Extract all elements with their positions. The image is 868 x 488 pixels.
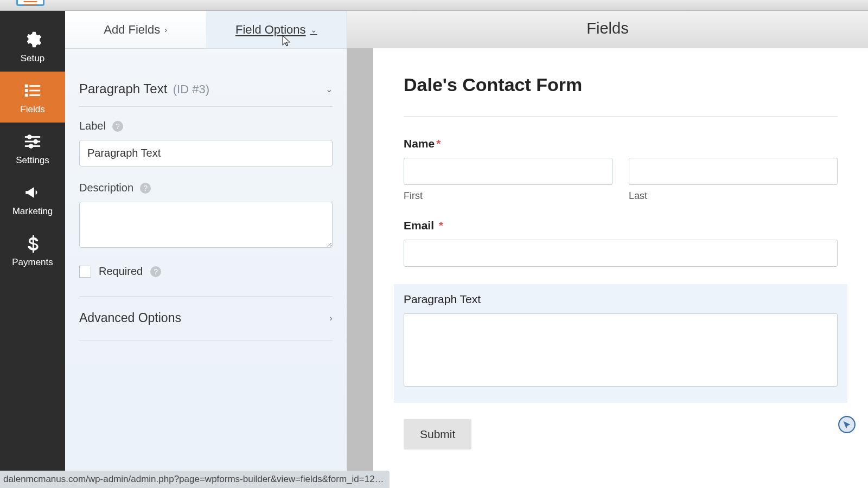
preview-body: Dale's Contact Form Name* First Last xyxy=(347,48,868,488)
svg-rect-8 xyxy=(29,94,40,96)
window-topbar xyxy=(0,0,868,11)
sidebar-nav: Setup Fields Settings Marketing Payments xyxy=(0,11,65,488)
nav-fields[interactable]: Fields xyxy=(0,72,65,123)
advanced-label: Advanced Options xyxy=(79,311,181,325)
chevron-down-icon: ⌄ xyxy=(310,25,317,35)
nav-marketing[interactable]: Marketing xyxy=(0,174,65,224)
tab-field-options[interactable]: Field Options ⌄ xyxy=(206,11,347,48)
nav-payments[interactable]: Payments xyxy=(0,224,65,275)
field-header[interactable]: Paragraph Text (ID #3) ⌄ xyxy=(79,65,333,107)
gear-icon xyxy=(2,30,63,49)
field-label: Paragraph Text xyxy=(404,293,838,306)
sliders-icon xyxy=(2,132,63,151)
paragraph-textarea[interactable] xyxy=(404,313,838,387)
chevron-down-icon: ⌄ xyxy=(326,84,333,94)
svg-rect-3 xyxy=(25,85,28,88)
svg-rect-1 xyxy=(24,1,37,2)
form-preview: Dale's Contact Form Name* First Last xyxy=(373,48,868,488)
nav-label: Marketing xyxy=(12,206,53,216)
label-input[interactable] xyxy=(79,140,333,166)
svg-point-12 xyxy=(33,139,38,144)
nav-label: Settings xyxy=(16,155,49,165)
mouse-cursor-icon xyxy=(282,35,291,48)
nav-label: Setup xyxy=(21,53,44,63)
dollar-icon xyxy=(2,234,63,253)
field-id: (ID #3) xyxy=(173,82,209,96)
required-checkbox[interactable] xyxy=(79,266,91,278)
field-paragraph-selected[interactable]: Paragraph Text xyxy=(394,284,847,403)
field-label: Email * xyxy=(404,219,838,232)
svg-rect-5 xyxy=(25,89,28,92)
options-panel: Add Fields › Field Options ⌄ Paragraph T… xyxy=(65,11,347,488)
field-type-name: Paragraph Text xyxy=(79,81,167,96)
preview-header: Fields xyxy=(347,11,868,48)
last-name-input[interactable] xyxy=(629,158,838,185)
svg-rect-6 xyxy=(29,90,40,92)
option-description: Description ? xyxy=(79,182,333,250)
tab-add-fields[interactable]: Add Fields › xyxy=(65,11,206,48)
option-label-text: Label xyxy=(79,120,106,132)
nav-setup[interactable]: Setup xyxy=(0,21,65,72)
chevron-right-icon: › xyxy=(329,313,333,324)
email-input[interactable] xyxy=(404,240,838,267)
option-label-text: Description xyxy=(79,182,133,194)
megaphone-icon xyxy=(2,183,63,202)
option-required: Required ? xyxy=(79,265,333,297)
help-icon[interactable]: ? xyxy=(150,266,161,277)
field-name[interactable]: Name* First Last xyxy=(404,137,838,202)
field-email[interactable]: Email * xyxy=(404,219,838,267)
first-name-input[interactable] xyxy=(404,158,612,185)
main-area: Setup Fields Settings Marketing Payments xyxy=(0,11,868,488)
nav-settings[interactable]: Settings xyxy=(0,123,65,174)
svg-point-10 xyxy=(27,134,32,139)
svg-rect-9 xyxy=(25,136,40,138)
tab-label: Add Fields xyxy=(104,23,160,37)
form-title: Dale's Contact Form xyxy=(404,74,838,117)
svg-rect-4 xyxy=(29,85,40,87)
first-sublabel: First xyxy=(404,190,612,202)
field-options-body: Paragraph Text (ID #3) ⌄ Label ? Descrip… xyxy=(65,49,347,341)
status-bar: dalenmcmanus.com/wp-admin/admin.php?page… xyxy=(0,471,390,488)
help-icon[interactable]: ? xyxy=(112,121,123,132)
list-icon xyxy=(2,81,63,100)
field-label: Name* xyxy=(404,137,838,150)
cursor-hand-icon xyxy=(838,415,856,434)
help-icon[interactable]: ? xyxy=(140,183,151,194)
svg-point-14 xyxy=(29,144,33,149)
required-label: Required xyxy=(99,265,143,278)
svg-rect-7 xyxy=(25,94,28,97)
required-asterisk: * xyxy=(436,137,441,150)
required-asterisk: * xyxy=(436,219,443,232)
option-label: Label ? xyxy=(79,120,333,166)
chevron-right-icon: › xyxy=(164,25,167,34)
submit-button[interactable]: Submit xyxy=(404,419,471,450)
nav-label: Fields xyxy=(20,104,44,114)
description-input[interactable] xyxy=(79,202,333,248)
last-sublabel: Last xyxy=(629,190,838,202)
panel-tabs: Add Fields › Field Options ⌄ xyxy=(65,11,347,49)
preview-area: Fields Dale's Contact Form Name* First xyxy=(347,11,868,488)
nav-label: Payments xyxy=(12,257,53,267)
svg-rect-2 xyxy=(24,4,37,5)
tab-label: Field Options xyxy=(235,23,306,37)
advanced-options[interactable]: Advanced Options › xyxy=(79,297,333,341)
logo-icon xyxy=(16,0,44,6)
